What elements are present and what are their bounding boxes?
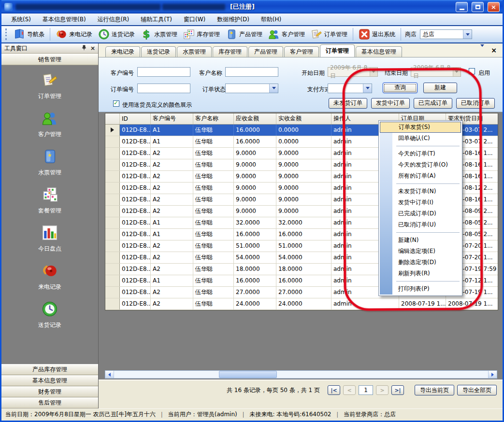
toolbar-navigator-button[interactable]: 导航条 <box>11 28 47 41</box>
sidebar-item-combo[interactable]: 套餐管理 <box>38 186 61 215</box>
sidebar-item-call-log[interactable]: 来电记录 <box>38 263 61 291</box>
sidebar-section-sales[interactable]: 销售管理 <box>1 54 98 65</box>
last-page-button[interactable]: >| <box>391 385 404 395</box>
menu-item[interactable]: 辅助工具(T) <box>136 14 177 25</box>
sidebar-section[interactable]: 基本信息管理 <box>1 375 98 386</box>
menu-item[interactable]: 基本信息管理(B) <box>38 14 91 25</box>
cell-received: 32.0000 <box>276 217 331 228</box>
sidebar-item-order[interactable]: 订单管理 <box>38 72 61 100</box>
toolbar-water-ticket-button[interactable]: $ 水票管理 <box>138 28 180 41</box>
order-status-arrow-icon[interactable] <box>269 84 278 93</box>
first-page-button[interactable]: |< <box>328 385 340 395</box>
tab[interactable]: 客户管理 <box>284 46 319 57</box>
context-menu-item[interactable]: 回单确认(C) <box>380 133 461 144</box>
enable-date-checkbox[interactable] <box>469 68 475 74</box>
pay-method-select[interactable] <box>328 84 372 93</box>
context-menu-item[interactable]: 今天的订单(T) <box>380 148 461 159</box>
new-button[interactable]: 新建 <box>423 83 457 93</box>
horizontal-scrollbar[interactable] <box>105 370 497 379</box>
context-menu-item[interactable]: 编辑选定项(E) <box>380 246 461 257</box>
start-date-picker[interactable]: 2009年 6月 8日 <box>328 67 378 77</box>
tab-list-dropdown-icon[interactable] <box>480 47 484 54</box>
customer-name-input[interactable] <box>225 67 278 77</box>
context-menu-item[interactable]: 已完成订单(D) <box>380 208 461 219</box>
order-status-filter-button[interactable]: 发货中订单 <box>371 98 410 109</box>
order-status-filter-button[interactable]: 已完成订单 <box>414 98 452 109</box>
context-menu-item[interactable]: 已取消订单(U) <box>380 219 461 230</box>
customer-no-input[interactable] <box>137 67 190 77</box>
order-status-filter-button[interactable]: 已取消订单 <box>456 98 495 109</box>
tab[interactable]: 水票管理 <box>177 46 212 57</box>
toolbar-exit-button[interactable]: 退出系统 <box>356 28 398 41</box>
menu-item[interactable]: 系统(S) <box>6 14 36 25</box>
column-header[interactable]: 客户编号 <box>151 113 193 124</box>
context-menu-item[interactable]: 新建(N) <box>380 235 461 246</box>
toolbar: 导航条 来电记录 送货记录 $ 水票管理 库存管理 <box>1 26 503 43</box>
order-status-select[interactable] <box>225 84 278 93</box>
query-button[interactable]: 查询 <box>383 83 418 93</box>
close-button[interactable]: × <box>488 2 500 12</box>
context-menu-item[interactable]: 打印列表(P) <box>380 283 461 295</box>
order-status-filter-button[interactable]: 未发货订单 <box>329 98 367 109</box>
toolbar-delivery-log-button[interactable]: 送货记录 <box>96 28 137 41</box>
sidebar-item-daily-stock[interactable]: 今日盘点 <box>38 225 61 253</box>
row-selector <box>105 171 120 182</box>
color-display-checkbox[interactable] <box>113 100 119 107</box>
pay-method-arrow-icon[interactable] <box>363 84 372 93</box>
scroll-left-button[interactable] <box>105 371 114 378</box>
store-select-arrow-icon[interactable] <box>463 30 472 39</box>
toolbar-grip[interactable] <box>5 28 8 40</box>
toolbar-order-button[interactable]: 订单管理 <box>308 28 350 41</box>
context-menu-item[interactable]: 今天的发货订单(O) <box>380 159 461 170</box>
next-page-button[interactable]: > <box>376 385 389 395</box>
menu-item[interactable]: 数据维护(D) <box>212 14 254 25</box>
sidebar-item-water-ticket[interactable]: 水票管理 <box>38 148 61 177</box>
tab[interactable]: 产品管理 <box>248 46 283 57</box>
table-row[interactable]: 012D-E8... A2 伍华聪 24.0000 24.0000 admin … <box>105 298 498 310</box>
tab-close-icon[interactable]: × <box>491 47 497 53</box>
column-header[interactable] <box>105 113 120 124</box>
column-header[interactable]: 客户名称 <box>193 113 234 124</box>
minimize-button[interactable] <box>456 2 468 12</box>
maximize-button[interactable] <box>472 2 484 12</box>
export-current-page-button[interactable]: 导出当前页 <box>415 385 454 395</box>
tab[interactable]: 库存管理 <box>213 46 247 57</box>
tab-label: 来电记录 <box>111 48 134 56</box>
menu-item[interactable]: 帮助(H) <box>256 14 286 25</box>
menu-item[interactable]: 运行信息(R) <box>93 14 134 25</box>
scrollbar-track[interactable] <box>114 371 488 378</box>
prev-page-button[interactable]: < <box>343 385 356 395</box>
column-header[interactable]: 实收金额 <box>276 113 331 124</box>
pin-icon[interactable] <box>82 45 86 52</box>
context-menu-item[interactable]: 发货中订单(I) <box>380 197 461 208</box>
export-all-pages-button[interactable]: 导出全部页 <box>457 385 497 395</box>
column-header[interactable]: ID <box>120 113 151 124</box>
tab[interactable]: 订单管理 <box>320 44 355 57</box>
tab[interactable]: 送货记录 <box>141 46 176 57</box>
scrollbar-thumb[interactable] <box>219 371 277 378</box>
toolbar-customer-button[interactable]: 客户管理 <box>266 28 307 41</box>
toolbar-product-button[interactable]: 产品管理 <box>223 28 265 41</box>
store-select[interactable]: 总店 <box>420 29 472 39</box>
sidebar-item-delivery-log[interactable]: 送货记录 <box>38 301 61 329</box>
scroll-right-button[interactable] <box>488 371 497 378</box>
tab[interactable]: 基本信息管理 <box>356 46 402 57</box>
sidebar-item-customer[interactable]: 客户管理 <box>38 110 61 139</box>
context-menu-item[interactable]: 未发货订单(N) <box>380 186 461 197</box>
context-menu-item[interactable]: 所有的订单(A) <box>380 170 461 182</box>
sidebar-section[interactable]: 售后管理 <box>1 397 98 408</box>
context-menu-item[interactable]: 刷新列表(R) <box>380 268 461 279</box>
sidebar-section[interactable]: 财务管理 <box>1 386 98 397</box>
column-header[interactable]: 应收金额 <box>234 113 276 124</box>
order-no-input[interactable] <box>137 84 190 93</box>
end-date-picker[interactable]: 2009年 6月 8日 <box>411 67 461 77</box>
toolbar-inventory-button[interactable]: 库存管理 <box>181 28 222 41</box>
toolbar-call-log-button[interactable]: 来电记录 <box>53 28 95 41</box>
tool-window-close-icon[interactable]: × <box>90 45 95 52</box>
context-menu-item[interactable]: 删除选定项(D) <box>380 257 461 268</box>
page-number-input[interactable] <box>359 385 373 395</box>
context-menu-item[interactable]: 订单发货(S) <box>380 122 461 133</box>
menu-item[interactable]: 窗口(W) <box>179 14 210 25</box>
tab[interactable]: 来电记录 <box>105 46 140 57</box>
sidebar-section[interactable]: 产品库存管理 <box>1 364 98 375</box>
